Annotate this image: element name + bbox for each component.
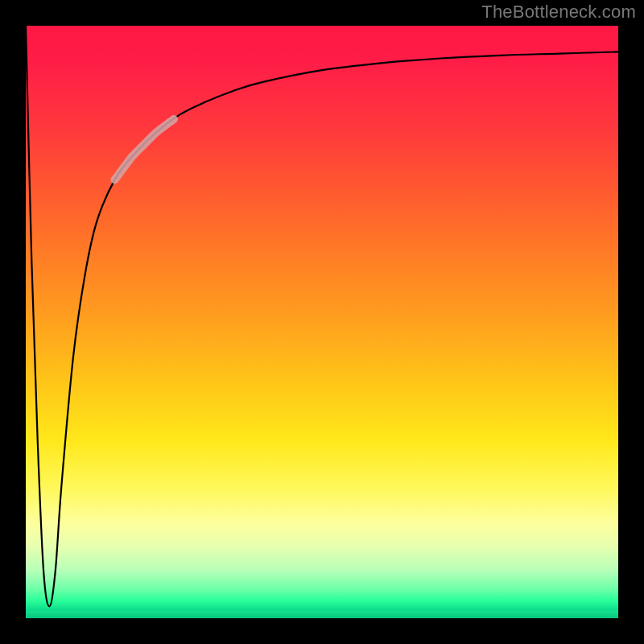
bottleneck-curve [26,26,618,606]
highlight-segment [114,119,174,180]
attribution-text: TheBottleneck.com [481,2,636,23]
curve-svg [26,26,618,618]
chart-frame: TheBottleneck.com [0,0,644,644]
plot-area [26,26,618,618]
